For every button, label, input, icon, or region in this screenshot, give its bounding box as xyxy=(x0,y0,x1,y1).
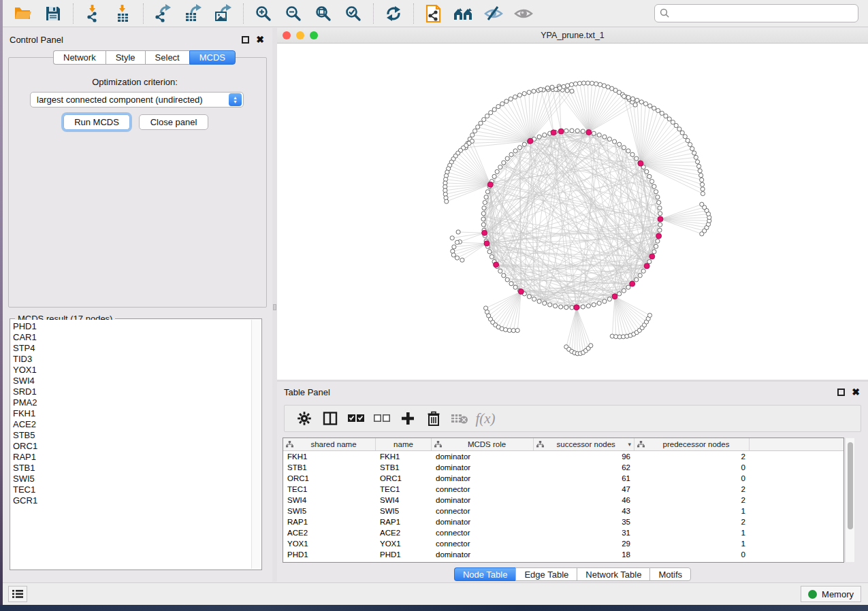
cell-name: ACE2 xyxy=(376,529,432,537)
table-row[interactable]: RAP1RAP1dominator352 xyxy=(283,516,843,527)
mcds-result-item[interactable]: TID3 xyxy=(13,354,251,365)
mcds-result-item[interactable]: STB1 xyxy=(13,463,251,474)
cell-name: YOX1 xyxy=(376,540,432,548)
column-header-predecessor-nodes[interactable]: predecessor nodes xyxy=(634,438,750,450)
mcds-result-item[interactable]: ORC1 xyxy=(13,441,251,452)
deselect-all-icon[interactable] xyxy=(372,409,392,428)
tab-edge-table[interactable]: Edge Table xyxy=(515,567,577,581)
export-image-icon[interactable] xyxy=(212,3,235,24)
node-table-body: FKH1FKH1dominator962STB1STB1dominator620… xyxy=(283,451,843,560)
close-table-panel-icon[interactable]: ✖ xyxy=(852,389,860,396)
column-header-MCDS-role[interactable]: MCDS role xyxy=(432,438,534,450)
mcds-result-item[interactable]: RAP1 xyxy=(13,452,251,463)
tab-motifs[interactable]: Motifs xyxy=(649,567,691,581)
hide-panel-icon[interactable] xyxy=(482,3,505,24)
table-scrollbar[interactable] xyxy=(845,438,854,562)
show-panel-icon[interactable] xyxy=(512,3,535,24)
network-column-icon xyxy=(434,441,442,448)
cell-MCDS-role: dominator xyxy=(432,550,534,559)
task-history-button[interactable] xyxy=(8,586,27,602)
table-row[interactable]: ACE2ACE2connector311 xyxy=(283,527,843,538)
columns-icon[interactable] xyxy=(320,409,340,428)
mcds-result-item[interactable]: ACE2 xyxy=(13,419,251,430)
import-network-icon[interactable] xyxy=(82,3,105,24)
table-scrollbar-thumb[interactable] xyxy=(848,442,853,529)
share-network-icon[interactable] xyxy=(422,3,445,24)
mcds-result-item[interactable]: SWI5 xyxy=(13,474,251,484)
mcds-result-item[interactable]: CAR1 xyxy=(13,332,251,343)
tab-style[interactable]: Style xyxy=(106,50,145,65)
table-panel-title: Table Panel xyxy=(277,387,330,397)
gear-icon[interactable] xyxy=(294,409,315,428)
node-table[interactable]: shared namenameMCDS rolesuccessor nodes▾… xyxy=(283,437,844,563)
column-header-shared-name[interactable]: shared name xyxy=(283,438,376,450)
zoom-out-icon[interactable] xyxy=(282,3,305,24)
save-session-icon[interactable] xyxy=(42,3,65,24)
open-file-icon[interactable] xyxy=(12,3,35,24)
add-icon[interactable] xyxy=(398,409,418,428)
cell-predecessor-nodes: 2 xyxy=(634,452,750,461)
cell-shared-name: YOX1 xyxy=(283,540,376,548)
table-row[interactable]: STB1STB1dominator620 xyxy=(283,462,843,473)
import-table-icon[interactable] xyxy=(112,3,135,24)
mcds-result-item[interactable]: YOX1 xyxy=(13,365,251,376)
network-search-box[interactable] xyxy=(654,4,858,22)
cell-MCDS-role: connector xyxy=(432,529,534,537)
mcds-list-scrollbar[interactable] xyxy=(251,320,261,569)
table-row[interactable]: YOX1YOX1connector291 xyxy=(283,538,843,549)
cell-name: TEC1 xyxy=(376,485,432,493)
tab-network[interactable]: Network xyxy=(53,50,106,65)
column-header-successor-nodes[interactable]: successor nodes▾ xyxy=(534,438,634,450)
optimization-criterion-label: Optimization criterion: xyxy=(0,77,270,87)
mcds-result-item[interactable]: PMA2 xyxy=(13,397,251,408)
mcds-result-item[interactable]: STB5 xyxy=(13,430,251,441)
tab-node-table[interactable]: Node Table xyxy=(454,567,516,581)
network-view-titlebar[interactable]: YPA_prune.txt_1 xyxy=(277,28,868,44)
tab-network-table[interactable]: Network Table xyxy=(577,567,649,581)
mcds-result-item[interactable]: FKH1 xyxy=(13,408,251,419)
mcds-result-item[interactable]: STP4 xyxy=(13,343,251,354)
tab-mcds[interactable]: MCDS xyxy=(189,50,236,65)
network-graph[interactable] xyxy=(277,44,868,380)
mcds-result-item[interactable]: SWI4 xyxy=(13,376,251,386)
mcds-result-item[interactable]: TEC1 xyxy=(13,484,251,495)
mcds-result-item[interactable]: SRD1 xyxy=(13,386,251,397)
float-panel-icon[interactable] xyxy=(242,36,249,44)
float-table-panel-icon[interactable] xyxy=(837,389,845,396)
table-row[interactable]: SWI5SWI5connector431 xyxy=(283,506,843,516)
run-mcds-button[interactable]: Run MCDS xyxy=(63,114,130,130)
splitter-grip[interactable] xyxy=(273,304,276,310)
zoom-fit-icon[interactable] xyxy=(312,3,335,24)
cell-name: STB1 xyxy=(376,463,432,472)
table-row[interactable]: TEC1TEC1connector472 xyxy=(283,484,843,495)
delete-icon[interactable] xyxy=(423,409,444,428)
desktop-wallpaper-bottom xyxy=(0,605,868,611)
mcds-result-list[interactable]: PHD1CAR1STP4TID3YOX1SWI4SRD1PMA2FKH1ACE2… xyxy=(10,320,251,569)
vertical-splitter[interactable] xyxy=(272,28,277,582)
refresh-icon[interactable] xyxy=(382,3,405,24)
close-panel-button[interactable]: Close panel xyxy=(139,114,208,130)
table-row[interactable]: PHD1PHD1dominator180 xyxy=(283,549,843,560)
search-input[interactable] xyxy=(670,7,847,20)
table-row[interactable]: SWI4SWI4dominator462 xyxy=(283,495,843,506)
network-canvas[interactable] xyxy=(277,44,868,380)
cell-successor-nodes: 96 xyxy=(534,452,634,461)
tab-select[interactable]: Select xyxy=(145,50,189,65)
export-network-icon[interactable] xyxy=(152,3,175,24)
select-all-icon[interactable] xyxy=(346,409,366,428)
close-panel-icon[interactable]: ✖ xyxy=(256,36,264,44)
zoom-selected-icon[interactable] xyxy=(342,3,365,24)
table-row[interactable]: ORC1ORC1dominator610 xyxy=(283,473,843,484)
cell-name: FKH1 xyxy=(376,452,432,461)
column-header-name[interactable]: name xyxy=(376,438,432,450)
mcds-result-item[interactable]: PHD1 xyxy=(13,321,251,332)
export-table-icon[interactable] xyxy=(182,3,205,24)
memory-button[interactable]: Memory xyxy=(801,586,861,602)
cell-shared-name: STB1 xyxy=(283,463,376,472)
criterion-select[interactable]: largest connected component (undirected)… xyxy=(30,92,244,108)
function-icon: f(x) xyxy=(475,409,496,428)
table-row[interactable]: FKH1FKH1dominator962 xyxy=(283,451,843,462)
search-network-icon[interactable] xyxy=(452,3,475,24)
zoom-in-icon[interactable] xyxy=(252,3,275,24)
mcds-result-item[interactable]: GCR1 xyxy=(13,495,251,506)
